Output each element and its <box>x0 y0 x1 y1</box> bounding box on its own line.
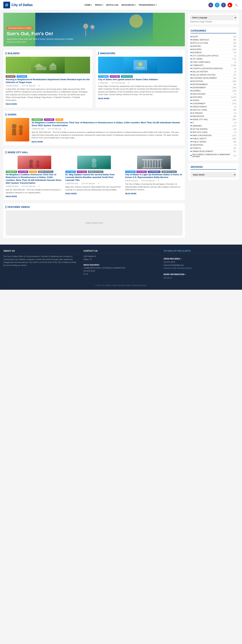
nav-resources[interactable]: RESOURCES ▾ <box>122 4 136 6</box>
tag-community-givers[interactable]: COMMUNITY <box>32 118 43 121</box>
more-info-title[interactable]: MORE INFORMATION ▾ <box>164 273 239 276</box>
nav-press[interactable]: PRESS ▾ <box>95 4 103 6</box>
category-item-9[interactable]: COMMUNITY(1,381) <box>191 64 236 67</box>
category-item-18[interactable]: FAIR HOUSING(4) <box>191 92 236 96</box>
category-item-29[interactable]: ON THE AGENDA(56) <box>191 128 236 131</box>
builders-article-title[interactable]: Housing & Neighborhood Revitalization De… <box>6 78 90 84</box>
facebook-icon[interactable]: f <box>221 3 226 8</box>
category-item-13[interactable]: ECONOMIC DEVELOPMENT(94) <box>191 76 236 80</box>
footer-open-records-link[interactable]: Submit an Open Records Request <box>164 267 192 269</box>
footer-contact-city: Dallas, TX <box>83 258 159 261</box>
category-item-22[interactable]: GREEN ENERGY(3) <box>191 105 236 108</box>
category-item-34[interactable]: SANITATION(4) <box>191 144 236 146</box>
category-item-27[interactable]: IT(0) <box>191 121 236 124</box>
category-item-5[interactable]: BUSINESS(72) <box>191 51 236 54</box>
search-icon[interactable]: 🔍 <box>234 3 239 8</box>
category-label: ARTS & CULTURE <box>192 42 208 44</box>
tag-government-inside2[interactable]: GOVERNMENT <box>148 170 161 173</box>
category-item-31[interactable]: PARK & RECREATION(111) <box>191 134 236 137</box>
category-item-6[interactable]: CITY CONTROLLER'S OFFICE(1) <box>191 54 236 57</box>
category-label: WELCOMING COMMUNITIES & IMMIGRANT AFFAIR… <box>192 154 232 158</box>
tag-innovators[interactable]: INNOVATORS <box>121 75 133 78</box>
header-logo[interactable]: D City of Dallas <box>3 2 33 8</box>
category-item-25[interactable]: INNOVATORS(60) <box>191 115 236 118</box>
tag-inside-inside0[interactable]: INSIDE CITY HALL <box>38 170 53 173</box>
inside-article-2-title[interactable]: City of Dallas to Light Up Downtown Dall… <box>125 173 183 179</box>
category-item-4[interactable]: BUILDERS(115) <box>191 48 236 51</box>
tag-featured-innov[interactable]: FEATURED <box>110 75 120 78</box>
category-item-14[interactable]: EDUCATION(109) <box>191 80 236 83</box>
tag-city-news-builders[interactable]: CITY NEWS <box>17 75 27 78</box>
nav-watch-live[interactable]: WATCH LIVE <box>106 4 118 6</box>
youtube-icon[interactable]: ▶ <box>227 3 232 8</box>
tag-featured-givers[interactable]: FEATURED <box>44 118 54 121</box>
category-item-36[interactable]: URBAN DEVELOPMENT(67) <box>191 150 236 153</box>
category-item-33[interactable]: PUBLIC WORKS(96) <box>191 140 236 144</box>
tag-city-news-innov[interactable]: CITY NEWS <box>98 75 108 78</box>
inside-article-1-title[interactable]: Dr. Mag Gabbert named the second Dallas … <box>65 173 123 182</box>
inside0-author: CITY OF DALLAS <box>22 186 35 188</box>
builders-read-more[interactable]: READ MORE <box>6 103 17 105</box>
tag-givers-inside0[interactable]: GIVERS <box>29 170 37 173</box>
inside-article-1-read-more[interactable]: READ MORE <box>65 192 77 194</box>
category-item-12[interactable]: DALLAS WATER UTILITIES(57) <box>191 73 236 76</box>
category-item-30[interactable]: PAID SICK LEAVE(0) <box>191 131 236 134</box>
footer-disclaimer-link[interactable]: Disclaimer <box>164 277 172 279</box>
tag-featured-inside1[interactable]: FEATURED <box>77 170 87 173</box>
category-item-24[interactable]: IN SPANISH(0) <box>191 112 236 115</box>
category-item-21[interactable]: GOVERNMENT(225) <box>191 102 236 105</box>
category-item-2[interactable]: ARTS & CULTURE(39) <box>191 42 236 44</box>
category-item-35[interactable]: STREETS(41) <box>191 146 236 150</box>
inside-article-1-excerpt: Mayor Eric Johnson named Dr. Mag Gabbert… <box>65 186 123 191</box>
category-item-7[interactable]: CITY NEWS(771) <box>191 57 236 60</box>
open-records-title[interactable]: OPEN RECORDS ▾ <box>164 258 239 260</box>
category-label: PARK & RECREATION <box>192 134 211 136</box>
category-dot <box>191 112 192 114</box>
tag-featured-inside2[interactable]: FEATURED <box>137 170 147 173</box>
category-item-17[interactable]: ESPAÑOL(100) <box>191 89 236 92</box>
tag-citynews-inside1[interactable]: CITY NEWS <box>65 170 76 173</box>
tag-featured-inside0[interactable]: FEATURED <box>18 170 28 173</box>
givers-article-title[interactable]: All Neighbors Coalition Announces Third … <box>32 121 183 127</box>
nav-transparency[interactable]: TRANSPARENCY ▾ <box>139 4 157 6</box>
category-item-11[interactable]: DALLAS HISTORY(3) <box>191 70 236 73</box>
tag-inside-inside1[interactable]: INSIDE CITY HALL <box>88 170 103 173</box>
innovators-read-more[interactable]: READ MORE <box>98 98 109 100</box>
tag-inside-inside2[interactable]: INSIDE CITY HALL <box>162 170 177 173</box>
archives-title: ARCHIVES <box>191 166 236 170</box>
inside-article-2-read-more[interactable]: READ MORE <box>125 192 137 194</box>
inside-article-0-read-more[interactable]: READ MORE <box>6 196 17 198</box>
category-dot <box>191 138 192 139</box>
nav-home[interactable]: HOME ▾ <box>84 4 92 6</box>
tag-builders[interactable]: BUILDERS <box>6 75 16 78</box>
category-item-19[interactable]: FEATURED(3,414) <box>191 96 236 99</box>
tag-community-inside0[interactable]: COMMUNITY <box>6 170 17 173</box>
givers-read-more[interactable]: READ MORE <box>32 141 43 143</box>
footer-contact-email-link[interactable]: Email <box>83 273 88 275</box>
mail-icon[interactable]: ✉ <box>208 3 213 8</box>
category-item-0[interactable]: ALERT(10) <box>191 35 236 38</box>
category-item-10[interactable]: COURTS & DETENTION SERVICES(6) <box>191 67 236 70</box>
category-item-23[interactable]: HEALTHY LIVING(90) <box>191 108 236 112</box>
category-item-8[interactable]: CODE COMPLIANCE(2) <box>191 60 236 64</box>
twitter-icon[interactable]: 𝕏 <box>215 3 219 8</box>
category-item-37[interactable]: WELCOMING COMMUNITIES & IMMIGRANT AFFAIR… <box>191 153 236 158</box>
category-item-20[interactable]: GIVERS(193) <box>191 99 236 102</box>
category-item-1[interactable]: ANIMAL SERVICES(86) <box>191 38 236 42</box>
innovators-article-title[interactable]: City of Dallas wins global award for Sma… <box>98 78 183 81</box>
category-item-28[interactable]: LIBRARIES(117) <box>191 124 236 128</box>
category-item-16[interactable]: ENVIRONMENT(194) <box>191 86 236 89</box>
archives-select-input[interactable]: Select Month <box>191 172 236 177</box>
tag-citynews-inside2[interactable]: CITY NEWS <box>125 170 136 173</box>
category-item-15[interactable]: ENTERTAINMENT(53) <box>191 83 236 86</box>
category-item-32[interactable]: PUBLIC SAFETY(598) <box>191 137 236 140</box>
tag-givers[interactable]: GIVERS <box>55 118 63 121</box>
category-item-26[interactable]: INSIDE CITY HALL(350) <box>191 118 236 121</box>
category-item-3[interactable]: AVIATION(99) <box>191 44 236 48</box>
category-dot <box>191 100 192 101</box>
category-count: (115) <box>232 48 236 50</box>
category-count: (53) <box>233 84 236 86</box>
language-select-input[interactable]: Select Language <box>190 15 237 20</box>
inside-article-0-title[interactable]: All Neighbors Coalition Announces Third … <box>6 173 63 185</box>
category-dot <box>191 135 192 136</box>
